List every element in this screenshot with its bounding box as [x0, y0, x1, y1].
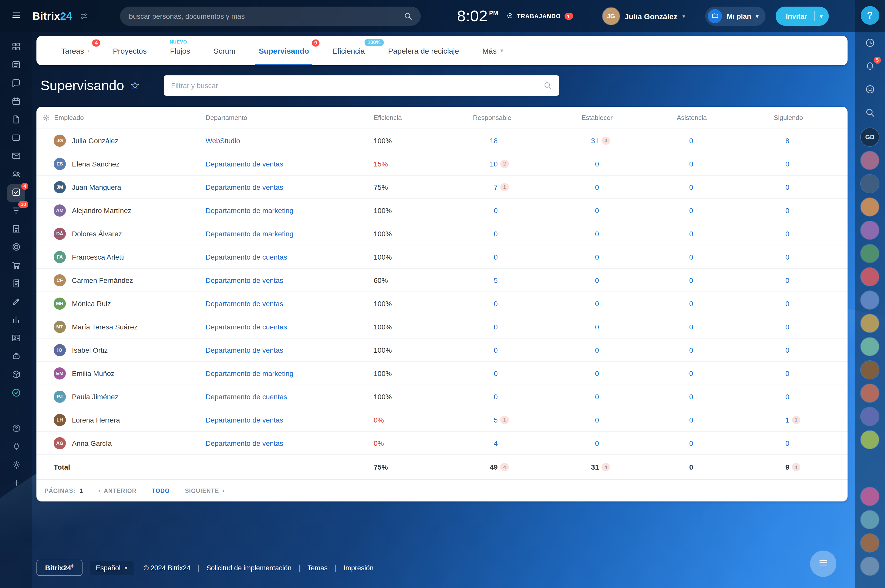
sidebar-item-contracts[interactable]	[7, 275, 25, 294]
department-link[interactable]: Departamento de ventas	[206, 299, 283, 308]
sidebar-item-drive[interactable]	[7, 129, 25, 148]
employee-name[interactable]: María Teresa Suárez	[72, 322, 137, 331]
count-link[interactable]: 0	[689, 439, 693, 447]
count-link[interactable]: 10	[490, 160, 498, 168]
department-link[interactable]: Departamento de ventas	[206, 276, 283, 284]
sidebar-item-company[interactable]	[7, 220, 25, 239]
sidebar-item-calendar[interactable]	[7, 93, 25, 111]
count-link[interactable]: 0	[689, 369, 693, 377]
sidebar-item-help[interactable]	[7, 420, 25, 438]
count-link[interactable]: 0	[595, 392, 599, 400]
clock-widget[interactable]: 8:02PM	[457, 7, 498, 25]
invite-button[interactable]: Invitar ▾	[775, 7, 829, 26]
my-plan-button[interactable]: Mi plan ▾	[706, 7, 766, 26]
rail-avatar[interactable]	[861, 487, 879, 506]
column-header[interactable]: Departamento	[206, 114, 247, 122]
count-link[interactable]: 0	[785, 369, 789, 377]
column-header[interactable]: Empleado	[54, 114, 84, 122]
next-button[interactable]: SIGUIENTE ›	[185, 487, 225, 494]
sidebar-item-integrations[interactable]	[7, 438, 25, 456]
count-link[interactable]: 0	[785, 299, 789, 308]
footer-link-solicitud-de-implementacion[interactable]: Solicitud de implementación	[206, 564, 291, 572]
department-link[interactable]: Departamento de cuentas	[206, 322, 287, 331]
rail-search[interactable]	[861, 105, 878, 122]
department-link[interactable]: WebStudio	[206, 136, 240, 144]
sidebar-item-apps[interactable]	[7, 39, 25, 57]
employee-name[interactable]: Carmen Fernández	[72, 276, 133, 284]
count-link[interactable]: 0	[595, 160, 599, 168]
rail-avatar[interactable]	[861, 511, 879, 529]
count-link[interactable]: 0	[689, 183, 693, 191]
rail-avatar[interactable]	[861, 314, 879, 333]
count-link[interactable]: 0	[785, 276, 789, 284]
filter-search[interactable]	[164, 75, 559, 96]
bitrix24-logo[interactable]: Bitrix24	[32, 10, 72, 22]
department-link[interactable]: Departamento de marketing	[206, 206, 293, 214]
rail-avatar[interactable]: GD	[861, 128, 879, 146]
department-link[interactable]: Departamento de ventas	[206, 346, 283, 354]
language-selector[interactable]: Español ▾	[90, 560, 134, 575]
sidebar-item-tasks[interactable]: 4	[7, 184, 25, 202]
column-header[interactable]: Eficiencia	[374, 114, 402, 122]
count-link[interactable]: 0	[595, 369, 599, 377]
count-link[interactable]: 0	[494, 346, 498, 354]
user-menu[interactable]: JG Julia González ▾	[602, 8, 685, 25]
employee-name[interactable]: Julia González	[72, 136, 119, 144]
count-link[interactable]: 0	[689, 299, 693, 308]
department-link[interactable]: Departamento de ventas	[206, 183, 283, 191]
rail-planner[interactable]	[861, 35, 878, 52]
count-link[interactable]: 0	[595, 346, 599, 354]
employee-name[interactable]: Juan Manguera	[72, 183, 121, 191]
count-link[interactable]: 1	[785, 416, 789, 424]
count-link[interactable]: 7	[494, 183, 498, 191]
sidebar-item-market[interactable]	[7, 366, 25, 385]
count-link[interactable]: 0	[689, 276, 693, 284]
department-link[interactable]: Departamento de marketing	[206, 369, 293, 377]
employee-name[interactable]: Paula Jiménez	[72, 392, 119, 400]
count-link[interactable]: 0	[689, 392, 693, 400]
department-link[interactable]: Departamento de ventas	[206, 416, 283, 424]
count-link[interactable]: 0	[785, 253, 789, 261]
count-link[interactable]: 0	[595, 299, 599, 308]
department-link[interactable]: Departamento de cuentas	[206, 253, 287, 261]
grid-settings-icon[interactable]	[42, 114, 50, 122]
sidebar-item-settings[interactable]	[7, 456, 25, 475]
count-link[interactable]: 0	[689, 160, 693, 168]
sidebar-item-add[interactable]	[7, 475, 25, 493]
tab-tareas[interactable]: Tareas›4	[50, 36, 101, 65]
rail-avatar[interactable]	[861, 268, 879, 286]
count-link[interactable]: 0	[595, 183, 599, 191]
count-link[interactable]: 0	[595, 416, 599, 424]
count-link[interactable]: 4	[494, 439, 498, 447]
department-link[interactable]: Departamento de ventas	[206, 160, 283, 168]
count-link[interactable]: 0	[595, 230, 599, 238]
sidebar-item-flows[interactable]: 10	[7, 202, 25, 220]
count-link[interactable]: 0	[494, 369, 498, 377]
count-link[interactable]: 0	[494, 206, 498, 214]
sidebar-item-mail[interactable]	[7, 148, 25, 166]
department-link[interactable]: Departamento de marketing	[206, 230, 293, 238]
employee-name[interactable]: Lorena Herrera	[72, 416, 120, 424]
sidebar-item-sales[interactable]	[7, 257, 25, 275]
department-link[interactable]: Departamento de cuentas	[206, 392, 287, 400]
employee-name[interactable]: Alejandro Martínez	[72, 206, 131, 214]
sidebar-item-hr[interactable]	[7, 330, 25, 348]
tab-proyectos[interactable]: Proyectos	[101, 36, 158, 65]
tab-mas[interactable]: Más▾	[470, 36, 515, 65]
employee-name[interactable]: Anna García	[72, 439, 112, 447]
count-link[interactable]: 0	[689, 253, 693, 261]
work-status[interactable]: TRABAJANDO 1	[506, 12, 573, 20]
count-link[interactable]: 5	[494, 276, 498, 284]
count-link[interactable]: 0	[689, 136, 693, 144]
count-link[interactable]: 0	[785, 439, 789, 447]
count-link[interactable]: 0	[785, 346, 789, 354]
sidebar-item-employees[interactable]	[7, 166, 25, 184]
count-link[interactable]: 8	[785, 136, 789, 144]
help-button[interactable]: ?	[861, 6, 879, 25]
count-link[interactable]: 0	[689, 416, 693, 424]
chat-fab[interactable]	[810, 550, 836, 577]
global-search-input[interactable]	[128, 12, 403, 21]
search-icon[interactable]	[543, 81, 552, 90]
rail-avatar[interactable]	[861, 291, 879, 309]
count-link[interactable]: 0	[595, 253, 599, 261]
